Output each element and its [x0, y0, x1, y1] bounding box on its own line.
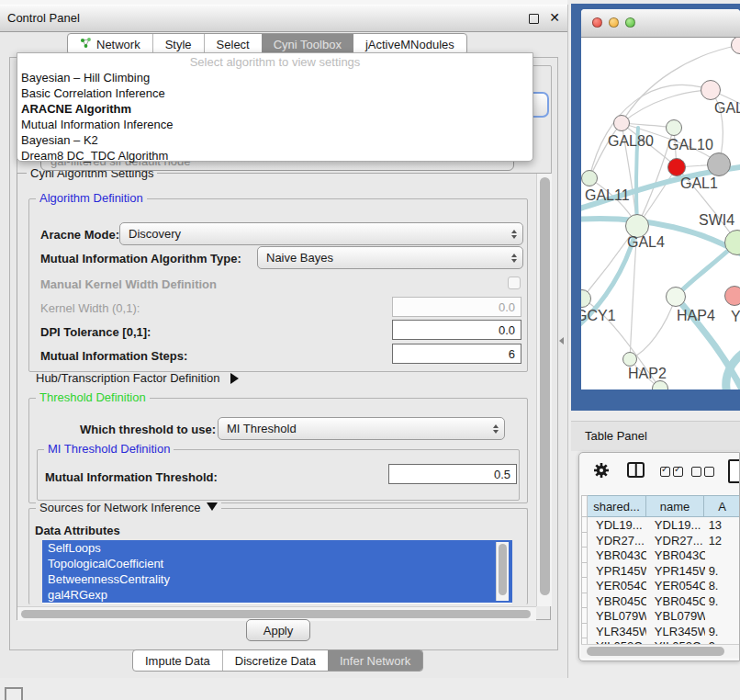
hub-expander-label: Hub/Transcription Factor Definition — [36, 371, 219, 385]
close-icon[interactable]: ✕ — [549, 10, 560, 25]
algorithm-option[interactable]: Mutual Information Inference — [17, 117, 533, 132]
control-panel-titlebar[interactable]: Control Panel ✕ — [0, 5, 567, 32]
close-light[interactable] — [592, 17, 602, 28]
settings-vscrollbar[interactable] — [536, 174, 552, 606]
table-cell — [705, 608, 740, 624]
table-row[interactable]: YDR27...YDR27...12 — [581, 533, 740, 548]
tab-label: Discretize Data — [235, 654, 316, 668]
tab-label: Infer Network — [340, 654, 410, 668]
node-gal11[interactable] — [581, 170, 598, 186]
algorithm-option[interactable]: ARACNE Algorithm — [17, 101, 533, 117]
zoom-light[interactable] — [625, 17, 635, 28]
column-header-0[interactable]: shared... — [588, 495, 646, 517]
algorithm-option[interactable]: Basic Correlation Inference — [17, 85, 533, 101]
table-cell: YBR043C — [588, 548, 646, 563]
splitter-collapse-icon[interactable] — [559, 337, 564, 344]
table-cell: YDL19... — [588, 517, 646, 533]
split-view-icon[interactable] — [627, 462, 645, 478]
attribute-item[interactable]: BetweennessCentrality — [42, 571, 512, 587]
node-label-y: Y — [731, 309, 740, 325]
tab-label: Select — [217, 38, 250, 51]
node-hap2[interactable] — [622, 352, 637, 367]
attribute-item[interactable]: SelfLoops — [42, 540, 512, 556]
table-row[interactable]: YBR043CYBR043C — [581, 548, 740, 563]
algorithm-definition-title: Algorithm Definition — [36, 191, 147, 205]
panel-title: Control Panel — [7, 11, 80, 25]
row-gutter — [581, 533, 588, 548]
node-y[interactable] — [724, 286, 740, 306]
mi-threshold-group: MI Threshold Definition Mutual Informati… — [37, 449, 520, 501]
algorithm-option[interactable]: Bayesian – K2 — [17, 132, 533, 148]
hub-expander[interactable]: Hub/Transcription Factor Definition — [36, 371, 239, 385]
tab-network[interactable]: Network — [68, 34, 152, 54]
minimize-light[interactable] — [609, 17, 619, 28]
mi-threshold-field[interactable]: 0.5 — [388, 464, 517, 484]
table-cell — [705, 548, 740, 563]
minimized-panel-icon[interactable] — [5, 687, 23, 700]
column-header-1[interactable]: name — [646, 495, 705, 517]
stepper-icon — [511, 254, 517, 263]
unchecked-pair-icon[interactable] — [691, 467, 714, 477]
mi-steps-label: Mutual Information Steps: — [40, 349, 187, 363]
table-hscrollbar[interactable] — [581, 644, 739, 658]
algorithm-dropdown-popup: Select algorithm to view settings Bayesi… — [17, 52, 533, 162]
file-icon[interactable] — [728, 459, 740, 483]
network-canvas[interactable]: GALGAL80GAL10GAL1GAL11SWI4GAL4GCY1HAP4YH… — [581, 38, 740, 390]
which-threshold-combo[interactable]: MI Threshold — [218, 417, 505, 440]
checked-pair-icon[interactable] — [660, 467, 683, 477]
tab-cyni-toolbox[interactable]: Cyni Toolbox — [262, 34, 353, 54]
node-gal80[interactable] — [613, 115, 630, 131]
tab-impute-data[interactable]: Impute Data — [133, 650, 222, 671]
tab-label: Impute Data — [145, 654, 210, 668]
threshold-definition-group: Threshold Definition Which threshold to … — [28, 398, 528, 503]
row-gutter — [581, 624, 588, 639]
node-gal10[interactable] — [666, 119, 682, 136]
aracne-mode-combo[interactable]: Discovery — [119, 222, 523, 245]
algorithm-option[interactable]: Dream8 DC_TDC Algorithm — [17, 148, 533, 164]
tab-label: jActiveMNodules — [365, 38, 454, 51]
data-attributes-label: Data Attributes — [35, 524, 120, 537]
network-window-frame: GALGAL80GAL10GAL1GAL11SWI4GAL4GCY1HAP4YH… — [571, 4, 740, 411]
mi-type-combo[interactable]: Naive Bayes — [257, 246, 523, 269]
control-panel: Control Panel ✕ NetworkStyleSelectCyni T… — [0, 5, 568, 678]
tab-style[interactable]: Style — [152, 34, 204, 54]
table-cell: YER054C — [588, 578, 646, 593]
mi-threshold-title: MI Threshold Definition — [44, 442, 174, 456]
mi-steps-field[interactable]: 6 — [392, 344, 521, 364]
table-cell: YER054C — [646, 578, 705, 593]
table-row[interactable]: YBR045CYBR045C9. — [581, 593, 740, 609]
node-label-gal11: GAL11 — [585, 187, 630, 204]
dpi-tolerance-label: DPI Tolerance [0,1]: — [40, 325, 151, 339]
apply-button[interactable]: Apply — [246, 619, 310, 641]
node-gal-upper[interactable] — [701, 80, 721, 100]
node-gal1[interactable] — [667, 158, 686, 176]
dpi-tolerance-field[interactable]: 0.0 — [392, 320, 521, 340]
table-cell: 13 — [705, 517, 740, 533]
table-row[interactable]: YBL079WYBL079W — [581, 608, 740, 624]
tab-infer-network[interactable]: Infer Network — [328, 650, 422, 671]
table-row[interactable]: YDL19...YDL19...13 — [581, 517, 740, 533]
table-row[interactable]: YPR145WYPR145W9. — [581, 563, 740, 579]
float-window-icon[interactable] — [529, 14, 539, 24]
tab-select[interactable]: Select — [204, 34, 262, 54]
attr-list-scrollbar[interactable] — [496, 542, 509, 601]
kernel-width-field[interactable]: 0.0 — [392, 297, 521, 317]
gear-icon[interactable] — [592, 461, 611, 482]
node-hap4[interactable] — [666, 287, 686, 307]
data-attributes-list: SelfLoopsTopologicalCoefficientBetweenne… — [42, 540, 512, 604]
column-header-2[interactable]: A — [704, 495, 740, 517]
table-row[interactable]: YLR345WYLR345W9. — [581, 624, 740, 639]
threshold-definition-title: Threshold Definition — [36, 390, 150, 404]
table-cell: YDL19... — [646, 517, 705, 533]
manual-kernel-checkbox[interactable] — [508, 277, 521, 289]
algorithm-option[interactable]: Bayesian – Hill Climbing — [17, 70, 533, 85]
attribute-item[interactable]: TopologicalCoefficient — [42, 556, 512, 571]
table-panel-headerbar: Table Panel — [571, 421, 740, 451]
network-titlebar[interactable] — [581, 9, 740, 38]
node-gray[interactable] — [707, 152, 731, 176]
tab-discretize-data[interactable]: Discretize Data — [222, 650, 328, 671]
tab-jactivemnodules[interactable]: jActiveMNodules — [353, 34, 466, 54]
attribute-item[interactable]: gal4RGexp — [42, 587, 512, 603]
table-row[interactable]: YER054CYER054C8. — [581, 578, 740, 593]
sources-title-text: Sources for Network Inference — [39, 501, 201, 514]
